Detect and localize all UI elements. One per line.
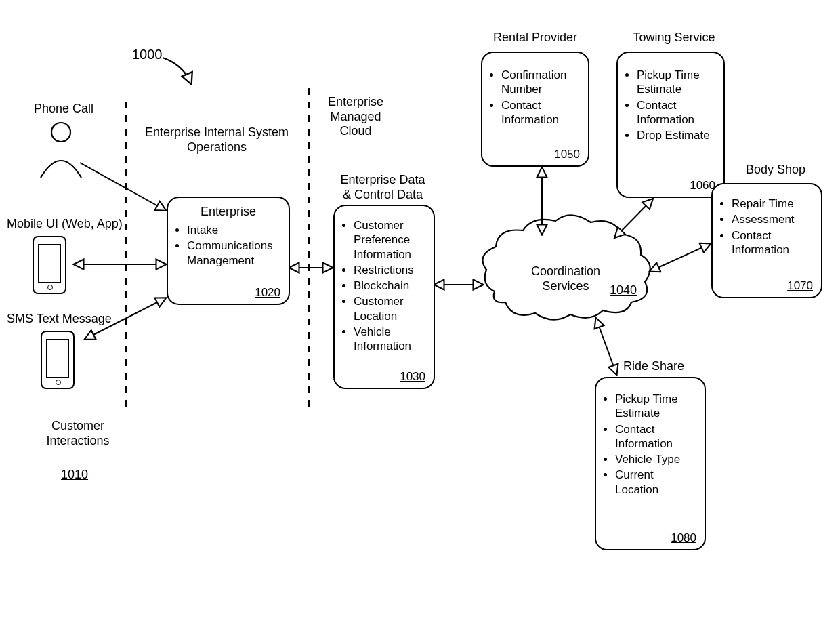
list-item: Blockchain xyxy=(354,279,427,293)
svg-line-11 xyxy=(596,319,616,374)
coordination-label: CoordinationServices xyxy=(525,264,606,293)
customer-interactions-label: CustomerInteractions xyxy=(41,419,115,448)
enterprise-data-ref: 1030 xyxy=(400,370,425,384)
list-item: Current Location xyxy=(615,468,698,497)
bodyshop-list: Repair Time Assessment Contact Informati… xyxy=(732,197,814,257)
list-item: Contact Information xyxy=(637,98,717,127)
list-item: Repair Time xyxy=(732,197,814,211)
svg-line-10 xyxy=(650,244,710,271)
list-item: Drop Estimate xyxy=(637,128,717,142)
list-item: Restrictions xyxy=(354,263,427,277)
enterprise-data-title: Enterprise Data& Control Data xyxy=(335,173,430,202)
svg-line-3 xyxy=(80,163,165,210)
rental-box: Confirmation Number Contact Information … xyxy=(481,52,589,167)
list-item: Vehicle Type xyxy=(615,452,698,466)
rental-list: Confirmation Number Contact Information xyxy=(501,68,581,127)
list-item: Customer Location xyxy=(354,294,427,323)
diagram-stage: { "figureRef": "1000", "labels": { "phon… xyxy=(0,0,840,629)
enterprise-box: Enterprise Intake Communications Managem… xyxy=(167,197,290,305)
list-item: Pickup Time Estimate xyxy=(615,392,698,421)
list-item: Intake xyxy=(187,223,282,237)
enterprise-ref: 1020 xyxy=(255,286,280,300)
bodyshop-title: Body Shop xyxy=(738,163,813,178)
phone-call-label: Phone Call xyxy=(34,102,93,117)
rental-ref: 1050 xyxy=(554,148,580,161)
bodyshop-ref: 1070 xyxy=(787,279,813,293)
towing-list: Pickup Time Estimate Contact Information… xyxy=(637,68,717,142)
internal-ops-label: Enterprise Internal SystemOperations xyxy=(139,125,295,155)
managed-cloud-label: EnterpriseManagedCloud xyxy=(322,95,390,139)
rideshare-ref: 1080 xyxy=(671,531,696,545)
svg-line-9 xyxy=(615,199,652,237)
list-item: Customer Preference Information xyxy=(354,218,427,262)
enterprise-list: Intake Communications Management xyxy=(187,223,282,268)
rental-title: Rental Provider xyxy=(488,31,583,45)
bodyshop-box: Repair Time Assessment Contact Informati… xyxy=(711,183,822,298)
enterprise-data-list: Customer Preference Information Restrict… xyxy=(354,218,427,353)
svg-point-2 xyxy=(51,123,70,142)
list-item: Pickup Time Estimate xyxy=(637,68,717,97)
list-item: Vehicle Information xyxy=(354,325,427,354)
list-item: Contact Information xyxy=(615,422,698,451)
figure-ref-1000: 1000 xyxy=(132,46,163,62)
towing-title: Towing Service xyxy=(627,31,721,45)
list-item: Communications Management xyxy=(187,239,282,268)
enterprise-title: Enterprise xyxy=(175,205,282,219)
rideshare-title: Ride Share xyxy=(616,359,691,374)
list-item: Confirmation Number xyxy=(501,68,581,97)
coordination-ref: 1040 xyxy=(610,283,637,298)
mobile-phone-icon xyxy=(33,236,66,294)
customer-interactions-ref: 1010 xyxy=(61,468,88,483)
enterprise-data-box: Customer Preference Information Restrict… xyxy=(333,205,435,389)
mobile-ui-label: Mobile UI (Web, App) xyxy=(7,217,123,232)
rideshare-list: Pickup Time Estimate Contact Information… xyxy=(615,392,698,497)
list-item: Contact Information xyxy=(732,228,814,258)
rideshare-box: Pickup Time Estimate Contact Information… xyxy=(595,377,706,550)
list-item: Assessment xyxy=(732,212,814,226)
towing-box: Pickup Time Estimate Contact Information… xyxy=(616,52,725,198)
list-item: Contact Information xyxy=(501,98,581,127)
sms-phone-icon xyxy=(41,331,75,389)
sms-label: SMS Text Message xyxy=(7,312,112,327)
